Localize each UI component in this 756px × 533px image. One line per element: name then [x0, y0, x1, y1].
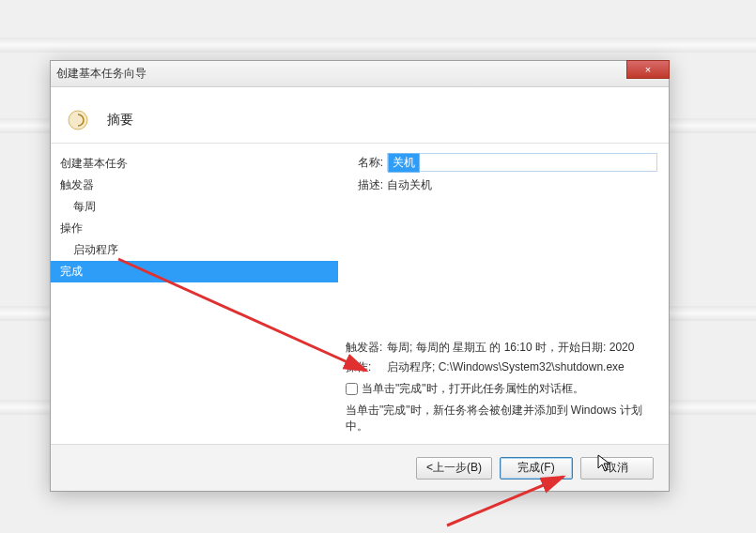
wizard-footer: <上一步(B) 完成(F) 取消 — [51, 444, 669, 491]
back-button[interactable]: <上一步(B) — [416, 457, 492, 480]
finish-info-text: 当单击"完成"时，新任务将会被创建并添加到 Windows 计划中。 — [346, 403, 657, 434]
task-wizard-dialog: 创建基本任务向导 × 摘要 创建基本任务 触发器 每周 操作 启动程序 完成 名… — [50, 60, 670, 492]
name-value: 关机 — [388, 153, 420, 173]
wizard-step-title: 摘要 — [107, 112, 133, 129]
finish-button[interactable]: 完成(F) — [500, 457, 573, 480]
trigger-summary-label: 触发器: — [346, 340, 387, 356]
cancel-button[interactable]: 取消 — [580, 457, 654, 480]
close-button[interactable]: × — [626, 60, 670, 79]
sidebar-item-finish[interactable]: 完成 — [51, 261, 338, 282]
mouse-cursor-icon — [597, 454, 612, 476]
wizard-steps-sidebar: 创建基本任务 触发器 每周 操作 启动程序 完成 — [51, 144, 338, 444]
sidebar-item-trigger[interactable]: 触发器 — [51, 175, 338, 196]
action-summary-label: 操作: — [346, 359, 387, 375]
sidebar-item-label: 完成 — [60, 265, 83, 278]
sidebar-item-action[interactable]: 操作 — [51, 218, 338, 239]
sidebar-item-label: 创建基本任务 — [60, 157, 128, 170]
desc-label: 描述: — [346, 177, 383, 193]
sidebar-item-label: 启动程序 — [73, 243, 118, 256]
sidebar-item-label: 触发器 — [60, 178, 94, 191]
sidebar-item-create-task[interactable]: 创建基本任务 — [51, 153, 338, 175]
wizard-content: 名称: 关机 描述: 自动关机 触发器: 每周; 每周的 星期五 的 16:10… — [338, 144, 669, 444]
trigger-summary-value: 每周; 每周的 星期五 的 16:10 时，开始日期: 2020 — [387, 340, 657, 356]
window-title: 创建基本任务向导 — [56, 66, 147, 82]
wizard-icon — [66, 108, 90, 132]
sidebar-item-label: 每周 — [73, 200, 96, 213]
open-properties-label: 当单击"完成"时，打开此任务属性的对话框。 — [362, 381, 584, 397]
desc-value: 自动关机 — [387, 177, 432, 193]
sidebar-item-weekly[interactable]: 每周 — [51, 196, 338, 218]
open-properties-checkbox[interactable] — [346, 383, 358, 395]
titlebar: 创建基本任务向导 × — [51, 61, 669, 87]
name-label: 名称: — [346, 155, 383, 171]
sidebar-item-label: 操作 — [60, 221, 83, 235]
sidebar-item-start-program[interactable]: 启动程序 — [51, 239, 338, 261]
action-summary-value: 启动程序; C:\Windows\System32\shutdown.exe — [387, 359, 657, 375]
name-field[interactable]: 关机 — [387, 153, 657, 172]
wizard-header: 摘要 — [51, 87, 669, 144]
svg-point-0 — [69, 111, 87, 129]
